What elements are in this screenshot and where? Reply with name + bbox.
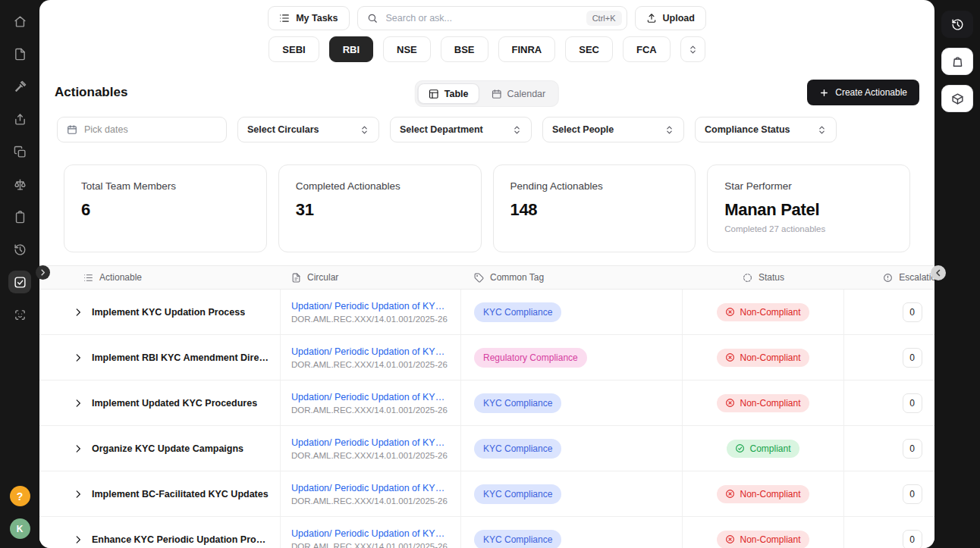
escalation-count: 0 [903,530,922,548]
table-row: Enhance KYC Periodic Updation Process Up… [39,517,934,548]
regulator-tab-sebi[interactable]: SEBI [269,36,319,62]
table-view-tab[interactable]: Table [418,83,479,104]
escalation-count: 0 [903,348,922,368]
status-badge: Non-Compliant [717,531,809,548]
face-scan-icon[interactable] [8,303,31,326]
calendar-view-tab[interactable]: Calendar [481,83,557,104]
stat-label: Pending Actionables [510,180,679,192]
page-header: Actionables Table Calendar Create Action… [39,79,934,106]
history-panel-button[interactable] [941,11,973,38]
circular-ref: DOR.AML.REC.XXX/14.01.001/2025-26 [291,496,448,506]
export-box-icon[interactable] [8,108,31,130]
gavel-icon[interactable] [8,75,31,98]
package-panel-button[interactable] [941,85,973,112]
status-badge: Non-Compliant [717,394,809,412]
user-avatar[interactable]: K [10,518,30,539]
circular-link[interactable]: Updation/ Periodic Updation of KYC ... [291,483,450,493]
chevrons-up-down-icon [664,125,674,135]
circular-ref: DOR.AML.REC.XXX/14.01.001/2025-26 [291,451,448,460]
check-circle-icon [735,443,745,453]
stat-card-pending: Pending Actionables 148 [493,164,696,252]
search-input[interactable] [385,12,580,24]
people-filter[interactable]: Select People [542,117,684,142]
upload-icon [646,13,657,23]
home-icon[interactable] [8,10,31,33]
chevron-right-icon [73,534,83,545]
regulator-tab-sec[interactable]: SEC [565,36,613,62]
calendar-icon [67,124,77,135]
filter-bar: Pick dates Select Circulars Select Depar… [39,117,934,142]
table-row: Organize KYC Update Campaigns Updation/ … [39,426,934,471]
stat-subtext: Completed 27 actionables [724,224,893,233]
compliance-status-filter[interactable]: Compliance Status [695,117,837,142]
status-label: Non-Compliant [740,489,800,499]
table-row: Implement KYC Updation Process Updation/… [39,290,934,335]
tasks-list-icon [279,13,290,23]
circular-link[interactable]: Updation/ Periodic Updation of KYC ... [291,392,450,402]
stat-value: 148 [510,200,679,220]
table-body: Implement KYC Updation Process Updation/… [39,290,934,548]
circular-ref: DOR.AML.REC.XXX/14.01.001/2025-26 [291,315,448,324]
column-header-escalation: Escalation [844,266,934,289]
common-tag-badge: Regulatory Compliance [474,348,587,368]
my-tasks-button[interactable]: My Tasks [268,6,349,30]
circular-link[interactable]: Updation/ Periodic Updation of KYC ... [291,346,450,357]
row-expand-chevron[interactable] [73,534,83,545]
stat-value: 6 [81,200,250,220]
history-icon[interactable] [8,238,31,261]
regulator-tab-rbi[interactable]: RBI [329,36,373,62]
regulator-tab-fca[interactable]: FCA [623,36,671,62]
upload-button[interactable]: Upload [635,6,706,30]
sidebar-expand-toggle[interactable] [36,265,50,280]
row-expand-chevron[interactable] [73,307,83,318]
x-circle-icon [725,534,735,544]
circular-link[interactable]: Updation/ Periodic Updation of KYC ... [291,528,450,539]
regulator-tab-nse[interactable]: NSE [383,36,431,62]
circular-link[interactable]: Updation/ Periodic Updation of KYC ... [291,437,450,448]
my-tasks-label: My Tasks [296,13,338,23]
search-shortcut-badge: Ctrl+K [586,11,622,26]
alert-circle-icon [883,273,893,283]
plus-icon [819,88,829,98]
department-filter[interactable]: Select Department [390,117,532,142]
column-header-common-tag: Common Tag [461,266,683,289]
document-icon[interactable] [8,42,31,65]
right-panel-toggle[interactable] [931,265,946,280]
bag-panel-button[interactable] [941,48,973,75]
help-button[interactable]: ? [10,486,30,506]
stat-label: Star Performer [724,180,893,192]
date-range-filter[interactable]: Pick dates [57,117,227,142]
row-expand-chevron[interactable] [73,443,83,454]
calendar-view-label: Calendar [507,89,546,99]
escalation-count: 0 [903,484,922,504]
create-actionable-button[interactable]: Create Actionable [807,80,919,105]
calendar-icon [492,89,502,99]
chevrons-up-down-icon [817,125,827,135]
stat-label: Completed Actionables [296,180,464,192]
table-grid-icon [429,89,439,99]
row-expand-chevron[interactable] [73,352,83,363]
common-tag-badge: KYC Compliance [474,439,561,459]
status-label: Non-Compliant [740,534,800,545]
department-filter-label: Select Department [400,124,483,135]
search-bar[interactable]: Ctrl+K [357,6,627,30]
task-checklist-icon[interactable] [8,271,31,293]
common-tag-badge: KYC Compliance [474,484,561,504]
regulator-sort-button[interactable] [680,36,705,62]
chevrons-up-down-icon [360,125,369,135]
regulator-tab-bse[interactable]: BSE [441,36,488,62]
regulator-tabs: SEBIRBINSEBSEFINRASECFCA [39,36,934,62]
tag-icon [474,273,484,283]
regulator-tab-finra[interactable]: FINRA [498,36,556,62]
row-expand-chevron[interactable] [73,398,83,409]
actionable-title: Enhance KYC Periodic Updation Process [92,534,271,545]
circulars-filter[interactable]: Select Circulars [237,117,379,142]
scales-icon[interactable] [8,173,31,196]
circular-ref: DOR.AML.REC.XXX/14.01.001/2025-26 [291,406,448,415]
row-expand-chevron[interactable] [73,489,83,499]
actionable-title: Implement Updated KYC Procedures [92,398,257,409]
clipboard-icon[interactable] [8,205,31,228]
escalation-count: 0 [903,393,922,413]
copy-icon[interactable] [8,140,31,163]
circular-link[interactable]: Updation/ Periodic Updation of KYC ... [291,301,450,312]
